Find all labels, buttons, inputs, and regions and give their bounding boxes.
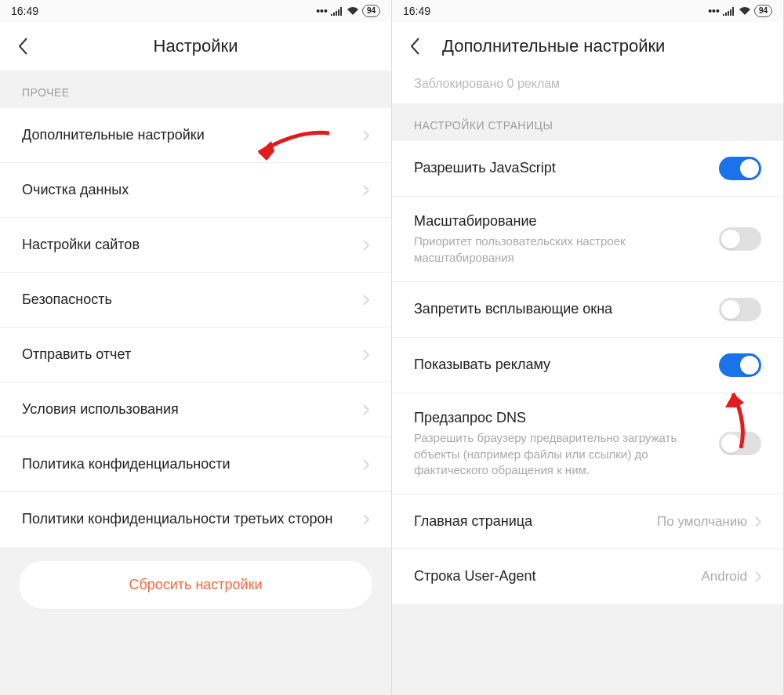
chevron-right-icon	[363, 295, 369, 306]
row-label: Главная страница	[414, 512, 657, 530]
row-label: Масштабирование	[414, 212, 719, 230]
advanced-content[interactable]: Заблокировано 0 реклам НАСТРОЙКИ СТРАНИЦ…	[392, 71, 783, 695]
row-zoom[interactable]: Масштабирование Приоритет пользовательск…	[392, 197, 783, 282]
signal-dots-icon: •••	[708, 5, 720, 17]
wifi-icon	[347, 6, 359, 16]
row-label: Безопасность	[22, 291, 363, 309]
chevron-right-icon	[363, 240, 369, 251]
chevron-right-icon	[363, 349, 369, 360]
chevron-right-icon	[363, 185, 369, 196]
row-label: Предзапрос DNS	[414, 409, 719, 427]
row-label: Запретить всплывающие окна	[414, 300, 719, 318]
status-icons: ••• 94	[316, 5, 380, 17]
row-homepage[interactable]: Главная страница По умолчанию	[392, 494, 783, 549]
phone-settings: 16:49 ••• 94 Настройки ПРОЧЕЕ Дополнител…	[0, 0, 392, 695]
page-title: Дополнительные настройки	[442, 36, 772, 56]
chevron-left-icon	[18, 38, 27, 55]
row-clear-data[interactable]: Очистка данных	[0, 163, 391, 218]
row-security[interactable]: Безопасность	[0, 273, 391, 328]
section-title-page-settings: НАСТРОЙКИ СТРАНИЦЫ	[392, 103, 783, 141]
phone-advanced-settings: 16:49 ••• 94 Дополнительные настройки За…	[392, 0, 784, 695]
toggle-block-popups[interactable]	[719, 298, 761, 321]
row-label: Политики конфиденциальности третьих стор…	[22, 510, 363, 528]
cellular-icon	[723, 6, 735, 16]
row-user-agent[interactable]: Строка User-Agent Android	[392, 549, 783, 604]
status-time: 16:49	[403, 5, 430, 17]
page-title: Настройки	[0, 36, 391, 56]
row-additional-settings[interactable]: Дополнительные настройки	[0, 108, 391, 163]
settings-content[interactable]: ПРОЧЕЕ Дополнительные настройки Очистка …	[0, 71, 391, 695]
reset-area: Сбросить настройки	[0, 547, 391, 629]
back-button[interactable]	[11, 34, 34, 58]
battery-icon: 94	[362, 5, 380, 17]
row-label: Показывать рекламу	[414, 356, 719, 374]
status-time: 16:49	[11, 5, 38, 17]
row-show-ads[interactable]: Показывать рекламу	[392, 338, 783, 393]
toggle-dns-prefetch[interactable]	[719, 432, 761, 455]
row-value: По умолчанию	[657, 514, 747, 530]
status-bar: 16:49 ••• 94	[0, 0, 391, 22]
row-javascript[interactable]: Разрешить JavaScript	[392, 141, 783, 197]
wifi-icon	[739, 6, 751, 16]
chevron-right-icon	[363, 404, 369, 415]
reset-button[interactable]: Сбросить настройки	[19, 561, 372, 609]
status-icons: ••• 94	[708, 5, 772, 17]
chevron-right-icon	[755, 571, 761, 582]
status-bar: 16:49 ••• 94	[392, 0, 783, 22]
row-label: Настройки сайтов	[22, 236, 363, 254]
row-label: Строка User-Agent	[414, 567, 701, 585]
toggle-zoom[interactable]	[719, 227, 761, 251]
row-send-report[interactable]: Отправить отчет	[0, 328, 391, 382]
row-third-party-privacy[interactable]: Политики конфиденциальности третьих стор…	[0, 492, 391, 547]
chevron-right-icon	[363, 459, 369, 470]
row-terms[interactable]: Условия использования	[0, 382, 391, 437]
row-value: Android	[701, 569, 747, 585]
row-privacy-policy[interactable]: Политика конфиденциальности	[0, 437, 391, 492]
header: Дополнительные настройки	[392, 22, 783, 71]
row-label: Политика конфиденциальности	[22, 455, 363, 473]
row-block-popups[interactable]: Запретить всплывающие окна	[392, 282, 783, 338]
battery-icon: 94	[754, 5, 772, 17]
chevron-left-icon	[410, 38, 419, 55]
cellular-icon	[331, 6, 343, 16]
row-site-settings[interactable]: Настройки сайтов	[0, 218, 391, 273]
page-settings-list: Разрешить JavaScript Масштабирование При…	[392, 141, 783, 604]
row-label: Разрешить JavaScript	[414, 159, 719, 177]
chevron-right-icon	[363, 130, 369, 141]
row-label: Дополнительные настройки	[22, 126, 363, 144]
header: Настройки	[0, 22, 391, 71]
chevron-right-icon	[755, 516, 761, 527]
row-label: Условия использования	[22, 400, 363, 418]
row-dns-prefetch[interactable]: Предзапрос DNS Разрешить браузеру предва…	[392, 393, 783, 494]
faded-subheader: Заблокировано 0 реклам	[392, 71, 783, 103]
row-label: Отправить отчет	[22, 346, 363, 364]
toggle-javascript[interactable]	[719, 157, 761, 180]
toggle-show-ads[interactable]	[719, 353, 761, 377]
signal-dots-icon: •••	[316, 5, 328, 17]
settings-list: Дополнительные настройки Очистка данных …	[0, 108, 391, 547]
row-sublabel: Приоритет пользовательских настроек масш…	[414, 233, 719, 266]
row-sublabel: Разрешить браузеру предварительно загруж…	[414, 430, 719, 478]
chevron-right-icon	[363, 514, 369, 525]
row-label: Очистка данных	[22, 181, 363, 199]
section-title-other: ПРОЧЕЕ	[0, 71, 391, 108]
back-button[interactable]	[403, 34, 426, 58]
